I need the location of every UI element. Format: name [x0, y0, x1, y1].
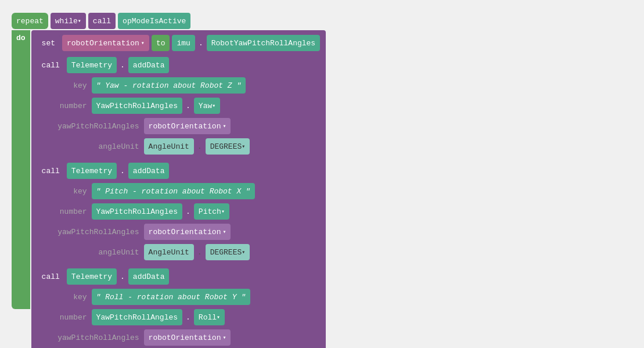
- call-block-top: call: [88, 13, 116, 29]
- repeat-block: repeat: [12, 13, 48, 29]
- repeat-label: repeat: [16, 17, 44, 26]
- robotOrientation-var-set[interactable]: robotOrientation ▾: [62, 35, 149, 51]
- robotOrientation-label-set: robotOrientation: [67, 39, 139, 48]
- yawPitchRollBlock-3[interactable]: YawPitchRollAngles: [92, 309, 182, 325]
- to-label: to: [156, 39, 166, 48]
- call-addData-row-3: call Telemetry . addData: [37, 267, 321, 286]
- call-label-1: call: [37, 57, 64, 73]
- number-row-1: number YawPitchRollAngles . Yaw: [37, 96, 321, 115]
- block-canvas: repeat while call opModeIsActive do set …: [6, 6, 638, 348]
- do-label: do: [12, 30, 30, 309]
- number-label-1: number: [37, 102, 89, 110]
- AngleUnit-2[interactable]: AngleUnit: [144, 244, 194, 260]
- telemetry-block-3: call Telemetry . addData key " Roll - ro…: [37, 267, 321, 348]
- key-row-2: key " Pitch - rotation about Robot X ": [37, 182, 321, 200]
- repeat-row: repeat while call opModeIsActive: [12, 12, 638, 30]
- Telemetry-label-3[interactable]: Telemetry: [67, 268, 117, 285]
- addData-label-2[interactable]: addData: [128, 163, 170, 179]
- call-label-2: call: [37, 163, 64, 179]
- DEGREES-1[interactable]: DEGREES: [206, 138, 250, 155]
- pitch-prop-2[interactable]: Pitch: [194, 203, 229, 220]
- robotYaw-label: RobotYawPitchRollAngles: [211, 39, 315, 48]
- telemetry-block-2: call Telemetry . addData key " Pitch - r…: [37, 162, 321, 261]
- imu-block[interactable]: imu: [172, 35, 195, 51]
- call-addData-row-2: call Telemetry . addData: [37, 162, 321, 180]
- yawPitchRollAngles-label-2: yawPitchRollAngles: [37, 228, 142, 236]
- yawPitchRollAngles-label-1: yawPitchRollAngles: [37, 122, 142, 131]
- number-label-2: number: [37, 207, 89, 216]
- telemetry-block-1: call Telemetry . addData key " Yaw - rot…: [37, 56, 321, 156]
- dropdown-arrow-set[interactable]: ▾: [141, 40, 145, 46]
- number-row-3: number YawPitchRollAngles . Roll: [37, 308, 321, 327]
- key-label-3: key: [37, 293, 89, 302]
- angleUnit-label-1: angleUnit: [37, 142, 142, 151]
- yawPitchRollAngles-row-2: yawPitchRollAngles robotOrientation ▾: [37, 223, 321, 241]
- call-label-3: call: [37, 268, 64, 285]
- number-label-3: number: [37, 313, 89, 322]
- addData-label-1[interactable]: addData: [128, 57, 170, 73]
- robotYawBlock[interactable]: RobotYawPitchRollAngles: [207, 35, 320, 51]
- key-label-2: key: [37, 187, 89, 196]
- key-value-3: " Roll - rotation about Robot Y ": [92, 289, 250, 305]
- key-value-1: " Yaw - rotation about Robot Z ": [92, 77, 246, 94]
- opModelIsActive-label: opModeIsActive: [123, 17, 186, 26]
- to-block: to: [152, 35, 170, 51]
- yawPitchRollAngles-row-3: yawPitchRollAngles robotOrientation ▾: [37, 328, 321, 347]
- while-block[interactable]: while: [51, 13, 86, 29]
- angleUnit-label-2: angleUnit: [37, 248, 142, 257]
- opModelIsActive-block[interactable]: opModeIsActive: [118, 13, 190, 29]
- key-label-1: key: [37, 81, 89, 90]
- inner-body: set robotOrientation ▾ to imu . RobotYaw…: [31, 30, 326, 348]
- dropdown-var-2[interactable]: ▾: [222, 228, 226, 235]
- key-value-2: " Pitch - rotation about Robot X ": [92, 183, 255, 199]
- dot1: .: [199, 39, 203, 48]
- robotOrientation-var-3[interactable]: robotOrientation ▾: [144, 329, 231, 346]
- key-row-1: key " Yaw - rotation about Robot Z ": [37, 76, 321, 95]
- do-section: do set robotOrientation ▾ to imu .: [12, 30, 638, 348]
- yaw-prop-1[interactable]: Yaw: [194, 98, 220, 114]
- while-label: while: [55, 17, 78, 26]
- roll-prop-3[interactable]: Roll: [194, 309, 225, 325]
- call-label-top: call: [93, 17, 111, 26]
- DEGREES-2[interactable]: DEGREES: [206, 244, 250, 260]
- robotOrientation-var-1[interactable]: robotOrientation ▾: [144, 118, 231, 134]
- AngleUnit-1[interactable]: AngleUnit: [144, 138, 194, 155]
- key-row-3: key " Roll - rotation about Robot Y ": [37, 288, 321, 306]
- yawPitchRollBlock-2[interactable]: YawPitchRollAngles: [92, 203, 182, 220]
- addData-label-3[interactable]: addData: [128, 268, 170, 285]
- call-addData-row-1: call Telemetry . addData: [37, 56, 321, 74]
- dropdown-var-3[interactable]: ▾: [222, 334, 226, 341]
- Telemetry-label-1[interactable]: Telemetry: [67, 57, 117, 73]
- yawPitchRollAngles-label-3: yawPitchRollAngles: [37, 333, 142, 342]
- Telemetry-label-2[interactable]: Telemetry: [67, 163, 117, 179]
- yawPitchRollBlock-1[interactable]: YawPitchRollAngles: [92, 98, 182, 114]
- yawPitchRollAngles-row-1: yawPitchRollAngles robotOrientation ▾: [37, 117, 321, 135]
- set-row: set robotOrientation ▾ to imu . RobotYaw…: [37, 34, 321, 52]
- angleUnit-row-1: angleUnit AngleUnit . DEGREES: [37, 137, 321, 156]
- angleUnit-row-2: angleUnit AngleUnit . DEGREES: [37, 243, 321, 261]
- dropdown-var-1[interactable]: ▾: [222, 123, 226, 130]
- imu-label: imu: [177, 39, 190, 48]
- number-row-2: number YawPitchRollAngles . Pitch: [37, 202, 321, 221]
- set-label: set: [42, 39, 55, 48]
- robotOrientation-var-2[interactable]: robotOrientation ▾: [144, 224, 231, 240]
- set-block: set: [37, 35, 60, 51]
